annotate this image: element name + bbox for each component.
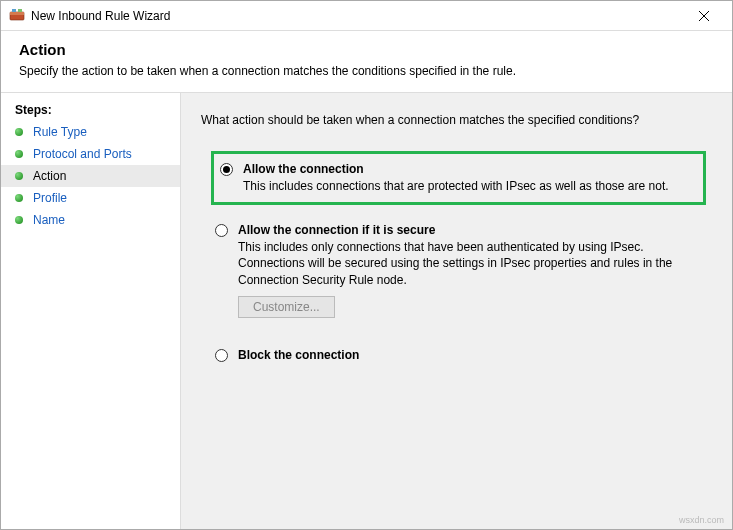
option-block-connection[interactable]: Block the connection [211, 342, 706, 370]
titlebar: New Inbound Rule Wizard [1, 1, 732, 31]
main-panel: What action should be taken when a conne… [181, 93, 732, 529]
step-bullet-icon [15, 128, 23, 136]
option-body: Allow the connection if it is secure Thi… [238, 223, 702, 318]
svg-rect-1 [10, 12, 24, 15]
step-label: Profile [33, 191, 67, 205]
close-icon [699, 11, 709, 21]
steps-sidebar: Steps: Rule Type Protocol and Ports Acti… [1, 93, 181, 529]
question-text: What action should be taken when a conne… [201, 113, 706, 127]
wizard-header: Action Specify the action to be taken wh… [1, 31, 732, 93]
option-body: Allow the connection This includes conne… [243, 162, 697, 194]
radio-allow[interactable] [220, 163, 233, 176]
step-protocol-and-ports[interactable]: Protocol and Ports [1, 143, 180, 165]
option-body: Block the connection [238, 348, 702, 364]
watermark-text: wsxdn.com [679, 515, 724, 525]
step-label: Protocol and Ports [33, 147, 132, 161]
customize-button: Customize... [238, 296, 335, 318]
svg-rect-2 [12, 9, 16, 12]
app-icon [9, 8, 25, 24]
radio-block[interactable] [215, 349, 228, 362]
page-description: Specify the action to be taken when a co… [19, 64, 714, 78]
option-allow-if-secure[interactable]: Allow the connection if it is secure Thi… [211, 217, 706, 324]
step-rule-type[interactable]: Rule Type [1, 121, 180, 143]
options-group: Allow the connection This includes conne… [201, 151, 706, 370]
radio-allow-secure[interactable] [215, 224, 228, 237]
option-label: Allow the connection [243, 162, 697, 176]
step-bullet-icon [15, 150, 23, 158]
step-label: Rule Type [33, 125, 87, 139]
steps-heading: Steps: [1, 99, 180, 121]
page-title: Action [19, 41, 714, 58]
window-title: New Inbound Rule Wizard [31, 9, 684, 23]
option-label: Allow the connection if it is secure [238, 223, 702, 237]
step-label: Action [33, 169, 66, 183]
wizard-body: Steps: Rule Type Protocol and Ports Acti… [1, 93, 732, 529]
step-bullet-icon [15, 172, 23, 180]
step-name[interactable]: Name [1, 209, 180, 231]
step-bullet-icon [15, 194, 23, 202]
step-profile[interactable]: Profile [1, 187, 180, 209]
wizard-window: New Inbound Rule Wizard Action Specify t… [0, 0, 733, 530]
step-bullet-icon [15, 216, 23, 224]
option-allow-connection[interactable]: Allow the connection This includes conne… [211, 151, 706, 205]
option-label: Block the connection [238, 348, 702, 362]
step-action[interactable]: Action [1, 165, 180, 187]
option-description: This includes connections that are prote… [243, 178, 697, 194]
svg-rect-3 [18, 9, 22, 12]
close-button[interactable] [684, 2, 724, 30]
step-label: Name [33, 213, 65, 227]
option-description: This includes only connections that have… [238, 239, 702, 288]
